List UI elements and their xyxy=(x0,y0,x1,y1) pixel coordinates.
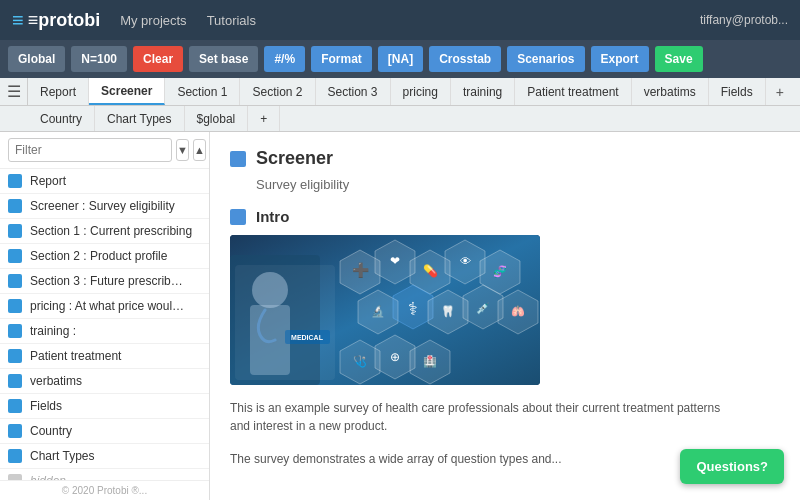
svg-text:❤: ❤ xyxy=(390,254,400,268)
svg-text:MEDICAL: MEDICAL xyxy=(291,334,324,341)
hash-button[interactable]: #/% xyxy=(264,46,305,72)
export-button[interactable]: Export xyxy=(591,46,649,72)
sub-tab-country[interactable]: Country xyxy=(28,106,95,131)
list-item-hidden[interactable]: hidden xyxy=(0,469,209,480)
list-item[interactable]: Country xyxy=(0,419,209,444)
list-item[interactable]: Section 3 : Future prescribing N... xyxy=(0,269,209,294)
item-color-box xyxy=(8,249,22,263)
sub-tabs: Country Chart Types $global + xyxy=(0,106,800,132)
item-color-box xyxy=(8,274,22,288)
intro-header: Intro xyxy=(230,208,780,225)
description-text-2: The survey demonstrates a wide array of … xyxy=(230,450,730,468)
intro-title: Intro xyxy=(256,208,289,225)
item-label: pricing : At what price would yo... xyxy=(30,299,185,313)
list-item[interactable]: Section 1 : Current prescribing xyxy=(0,219,209,244)
screener-subtitle: Survey eligibility xyxy=(256,177,780,192)
item-color-box xyxy=(8,399,22,413)
svg-text:🔬: 🔬 xyxy=(371,304,385,318)
tab-fields[interactable]: Fields xyxy=(709,78,766,105)
item-color-box xyxy=(8,174,22,188)
crosstab-button[interactable]: Crosstab xyxy=(429,46,501,72)
tab-patient-treatment[interactable]: Patient treatment xyxy=(515,78,631,105)
user-email: tiffany@protob... xyxy=(700,13,788,27)
sidebar-items: Report Screener : Survey eligibility Sec… xyxy=(0,169,209,480)
item-label: Patient treatment xyxy=(30,349,121,363)
item-label: Report xyxy=(30,174,66,188)
section-tabs: ☰ Report Screener Section 1 Section 2 Se… xyxy=(0,78,800,106)
main-layout: ▼ ▲ Report Screener : Survey eligibility… xyxy=(0,132,800,500)
filter-sort-asc-button[interactable]: ▲ xyxy=(193,139,206,161)
list-item[interactable]: pricing : At what price would yo... xyxy=(0,294,209,319)
svg-text:🧬: 🧬 xyxy=(493,264,507,278)
save-button[interactable]: Save xyxy=(655,46,703,72)
item-color-box xyxy=(8,199,22,213)
collapse-sidebar-button[interactable]: ☰ xyxy=(0,78,28,105)
svg-text:🩺: 🩺 xyxy=(353,354,367,368)
app-logo: ≡ ≡protobi xyxy=(12,9,100,32)
sub-tab-global[interactable]: $global xyxy=(185,106,249,131)
list-item[interactable]: Screener : Survey eligibility xyxy=(0,194,209,219)
svg-text:💉: 💉 xyxy=(476,301,490,315)
svg-rect-31 xyxy=(250,305,290,375)
svg-text:➕: ➕ xyxy=(352,262,370,279)
setbase-button[interactable]: Set base xyxy=(189,46,258,72)
logo-icon: ≡ xyxy=(12,9,24,32)
format-button[interactable]: Format xyxy=(311,46,372,72)
list-item[interactable]: Chart Types xyxy=(0,444,209,469)
sub-tab-chart-types[interactable]: Chart Types xyxy=(95,106,184,131)
tab-pricing[interactable]: pricing xyxy=(391,78,451,105)
item-color-box xyxy=(8,424,22,438)
list-item[interactable]: Patient treatment xyxy=(0,344,209,369)
tab-section2[interactable]: Section 2 xyxy=(240,78,315,105)
item-color-box xyxy=(8,224,22,238)
logo-area: ≡ ≡protobi My projects Tutorials xyxy=(12,9,256,32)
questions-button[interactable]: Questions? xyxy=(680,449,784,484)
filter-sort-desc-button[interactable]: ▼ xyxy=(176,139,189,161)
item-label: Section 1 : Current prescribing xyxy=(30,224,192,238)
tab-report[interactable]: Report xyxy=(28,78,89,105)
filter-input[interactable] xyxy=(8,138,172,162)
medical-intro-image: ➕ ❤ 💊 👁 🧬 🔬 ⚕ xyxy=(230,235,540,385)
global-button[interactable]: Global xyxy=(8,46,65,72)
item-color-box xyxy=(8,449,22,463)
sidebar: ▼ ▲ Report Screener : Survey eligibility… xyxy=(0,132,210,500)
item-color-box xyxy=(8,349,22,363)
list-item[interactable]: Fields xyxy=(0,394,209,419)
tab-add-button[interactable]: + xyxy=(766,78,794,105)
item-color-box xyxy=(8,324,22,338)
svg-text:🫁: 🫁 xyxy=(511,304,525,318)
nav-my-projects[interactable]: My projects xyxy=(120,13,186,28)
item-label: Screener : Survey eligibility xyxy=(30,199,175,213)
item-color-box xyxy=(8,299,22,313)
list-item[interactable]: Section 2 : Product profile xyxy=(0,244,209,269)
svg-text:👁: 👁 xyxy=(460,255,471,267)
tab-screener[interactable]: Screener xyxy=(89,78,165,105)
tab-section3[interactable]: Section 3 xyxy=(316,78,391,105)
item-label: Section 3 : Future prescribing N... xyxy=(30,274,185,288)
item-label: verbatims xyxy=(30,374,82,388)
item-label: Section 2 : Product profile xyxy=(30,249,167,263)
clear-button[interactable]: Clear xyxy=(133,46,183,72)
description-text-1: This is an example survey of health care… xyxy=(230,399,730,435)
svg-text:🏥: 🏥 xyxy=(423,354,437,368)
tab-section1[interactable]: Section 1 xyxy=(165,78,240,105)
item-color-box xyxy=(8,374,22,388)
scenarios-button[interactable]: Scenarios xyxy=(507,46,584,72)
na-button[interactable]: [NA] xyxy=(378,46,423,72)
tab-training[interactable]: training xyxy=(451,78,515,105)
list-item[interactable]: training : xyxy=(0,319,209,344)
item-label: Chart Types xyxy=(30,449,94,463)
svg-text:⊕: ⊕ xyxy=(390,350,400,364)
screener-color-box xyxy=(230,151,246,167)
intro-color-box xyxy=(230,209,246,225)
screener-title: Screener xyxy=(256,148,333,169)
nav-tutorials[interactable]: Tutorials xyxy=(207,13,256,28)
item-label: training : xyxy=(30,324,76,338)
filter-row: ▼ ▲ xyxy=(0,132,209,169)
list-item[interactable]: Report xyxy=(0,169,209,194)
sub-tab-add[interactable]: + xyxy=(248,106,280,131)
n100-button[interactable]: N=100 xyxy=(71,46,127,72)
tab-verbatims[interactable]: verbatims xyxy=(632,78,709,105)
list-item[interactable]: verbatims xyxy=(0,369,209,394)
svg-text:🦷: 🦷 xyxy=(441,304,455,318)
